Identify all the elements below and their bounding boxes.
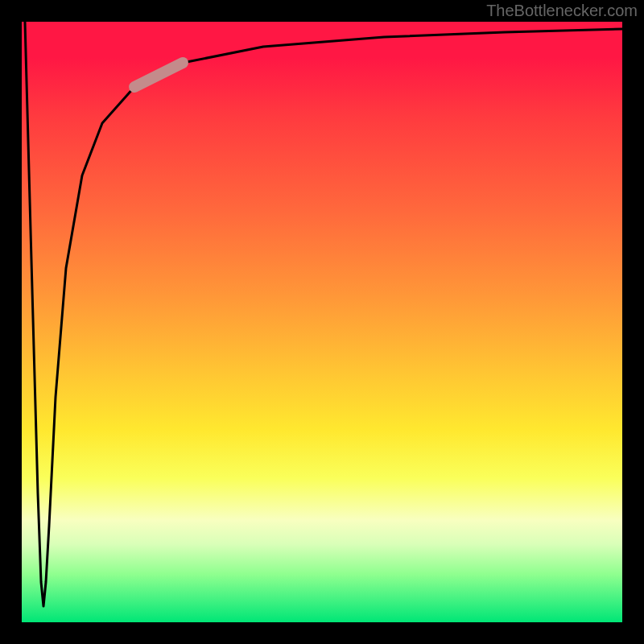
chart-main-curve xyxy=(25,22,622,606)
watermark-text: TheBottlenecker.com xyxy=(486,2,638,20)
chart-highlight-segment xyxy=(134,63,183,87)
chart-curve-svg xyxy=(22,22,622,622)
